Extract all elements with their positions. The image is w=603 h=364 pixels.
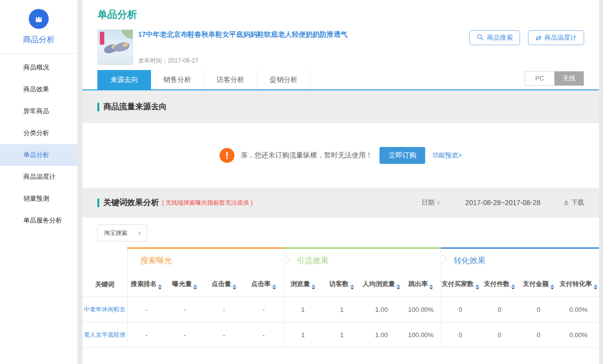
keyword-section-note: ( 无线端搜索曝光指标暂无法提供 ) <box>162 199 253 207</box>
cell: 100.00% <box>401 322 441 348</box>
cell: 1 <box>284 297 322 322</box>
product-title-link[interactable]: 17中年老北京布鞋春秋单鞋女平底妈妈鞋软底老人轻便奶奶防滑透气 <box>138 29 469 39</box>
column-ctr[interactable]: 点击率 <box>244 273 284 297</box>
cell: - <box>204 322 244 348</box>
sidebar-item-sales-forecast[interactable]: 销量预测 <box>0 188 77 210</box>
product-info: 17中年老北京布鞋春秋单鞋女平底妈妈鞋软底老人轻便奶奶防滑透气 发布时间：201… <box>138 29 469 65</box>
sidebar-item-single-item-service[interactable]: 单品服务分析 <box>0 210 77 231</box>
column-label: 支付买家数 <box>442 280 474 288</box>
toggle-pc[interactable]: PC <box>525 72 554 85</box>
column-visitors[interactable]: 访客数 <box>322 273 362 297</box>
tab-sales-analysis[interactable]: 销售分析 <box>151 70 204 89</box>
tab-visitor-analysis[interactable]: 访客分析 <box>204 70 257 89</box>
sort-icon[interactable] <box>429 285 433 290</box>
sort-icon[interactable] <box>158 285 162 290</box>
sort-icon[interactable] <box>594 285 598 290</box>
sidebar-item-abnormal-products[interactable]: 异常商品 <box>0 100 77 122</box>
cell: - <box>204 297 244 322</box>
product-search-label: 商品搜索 <box>487 33 513 42</box>
column-exposure[interactable]: 曝光量 <box>165 273 204 297</box>
column-pageviews[interactable]: 浏览量 <box>284 273 322 297</box>
cell: - <box>127 297 165 322</box>
tabs: 来源去向 销售分析 访客分析 促销分析 <box>97 70 310 89</box>
table-group-header-row: 搜索曝光 引流效果 转化效果 <box>82 248 599 273</box>
cell: 0 <box>480 297 519 322</box>
column-paid-amount[interactable]: 支付金额 <box>519 273 558 297</box>
column-clicks[interactable]: 点击量 <box>204 273 244 297</box>
cell: 100.00% <box>401 297 441 322</box>
group-conversion-effect: 转化效果 <box>441 248 599 273</box>
keyword-section-title-wrap: 关键词效果分析 ( 无线端搜索曝光指标暂无法提供 ) <box>97 198 253 208</box>
channel-select[interactable]: 淘宝搜索 ∨ <box>97 224 147 241</box>
column-label: 支付件数 <box>484 280 510 288</box>
download-icon <box>563 199 569 207</box>
cell: 1 <box>322 297 362 322</box>
column-avg-pageviews[interactable]: 人均浏览量 <box>362 273 401 297</box>
column-paying-buyers[interactable]: 支付买家数 <box>441 273 480 297</box>
search-icon <box>477 34 484 42</box>
chevron-down-icon: ∨ <box>138 230 142 236</box>
cell: 0 <box>519 322 558 348</box>
product-thermometer-button[interactable]: ⇄ 商品温度计 <box>528 30 584 45</box>
download-label: 下载 <box>571 198 584 207</box>
tab-source-destination[interactable]: 来源去向 <box>97 70 151 89</box>
toggle-wireless[interactable]: 无线 <box>554 72 584 85</box>
column-label: 跳出率 <box>408 280 428 288</box>
sidebar-item-single-item-analysis[interactable]: 单品分析 <box>0 144 77 166</box>
keyword-section-controls: 日期 ∨ 2017-08-28~2017-08-28 下载 <box>422 198 584 207</box>
column-label: 曝光量 <box>172 280 192 288</box>
sort-icon[interactable] <box>396 285 400 290</box>
keyword-link[interactable]: 老人女平底轻便 <box>82 322 127 348</box>
sort-icon[interactable] <box>232 285 236 290</box>
product-image[interactable] <box>97 29 133 65</box>
cell: 1 <box>322 322 362 348</box>
sidebar-item-category-analysis[interactable]: 分类分析 <box>0 122 77 144</box>
sidebar-item-product-thermometer[interactable]: 商品温度计 <box>0 166 77 188</box>
sort-icon[interactable] <box>475 285 479 290</box>
order-now-button[interactable]: 立即订购 <box>379 147 425 164</box>
cell: 0.00% <box>558 297 599 322</box>
sidebar-item-product-overview[interactable]: 商品概况 <box>0 57 77 78</box>
sort-icon[interactable] <box>272 285 276 290</box>
column-payment-conversion[interactable]: 支付转化率 <box>558 273 599 297</box>
sort-icon[interactable] <box>311 285 315 290</box>
download-button[interactable]: 下载 <box>563 198 584 207</box>
feature-preview-link[interactable]: 功能预览> <box>432 151 462 160</box>
column-label: 支付金额 <box>523 280 549 288</box>
page-title: 单品分析 <box>82 0 599 21</box>
main-content: 单品分析 17中年老北京布鞋春秋单鞋女平底妈妈鞋软底老人轻便奶奶防滑透气 发布时… <box>82 0 599 364</box>
column-paid-items[interactable]: 支付件数 <box>480 273 519 297</box>
date-range-value: 2017-08-28~2017-08-28 <box>465 199 540 207</box>
flow-section-title-wrap: 商品流量来源去向 <box>97 102 167 112</box>
cell: 0 <box>519 297 558 322</box>
product-image-label <box>100 32 104 45</box>
channel-select-value: 淘宝搜索 <box>104 229 128 237</box>
cell: - <box>165 297 204 322</box>
date-dropdown[interactable]: 日期 ∨ <box>422 198 441 207</box>
product-image-shoe <box>113 41 130 53</box>
cell: 0 <box>480 322 519 348</box>
column-label: 浏览量 <box>291 280 310 288</box>
sort-icon[interactable] <box>350 285 354 290</box>
column-search-rank[interactable]: 搜索排名 <box>127 273 165 297</box>
column-label: 点击率 <box>251 280 271 288</box>
keyword-link[interactable]: 中老年休闲鞋女 <box>82 297 127 322</box>
sidebar-item-product-effect[interactable]: 商品效果 <box>0 78 77 100</box>
section-accent-bar <box>97 103 99 111</box>
cell: 0 <box>441 297 480 322</box>
sidebar-app-title: 商品分析 <box>0 35 77 45</box>
shopping-bag-icon <box>29 9 49 29</box>
sort-icon[interactable] <box>550 285 554 290</box>
tab-promotion-analysis[interactable]: 促销分析 <box>257 70 310 89</box>
sidebar-menu: 商品概况 商品效果 异常商品 分类分析 单品分析 商品温度计 销量预测 单品服务… <box>0 54 77 231</box>
product-search-button[interactable]: 商品搜索 <box>469 30 520 45</box>
column-bounce-rate[interactable]: 跳出率 <box>401 273 441 297</box>
table-row: 中老年休闲鞋女 - - - - 1 1 1.00 100.00% 0 0 0 0… <box>82 297 599 322</box>
product-publish-date: 发布时间：2017-06-27 <box>138 57 469 65</box>
column-label: 访客数 <box>329 280 349 288</box>
sort-icon[interactable] <box>193 285 197 290</box>
group-search-exposure-label: 搜索曝光 <box>141 256 172 265</box>
table-row: 老人女平底轻便 - - - - 1 1 1.00 100.00% 0 0 0 0… <box>82 322 599 348</box>
header-buttons: 商品搜索 ⇄ 商品温度计 <box>469 30 584 45</box>
sort-icon[interactable] <box>511 285 515 290</box>
